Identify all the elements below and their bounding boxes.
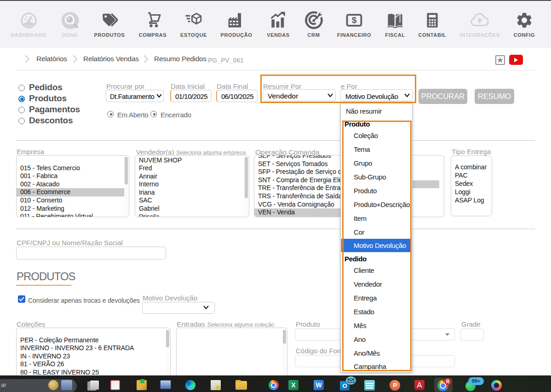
svg-text:$: $ <box>352 15 357 25</box>
